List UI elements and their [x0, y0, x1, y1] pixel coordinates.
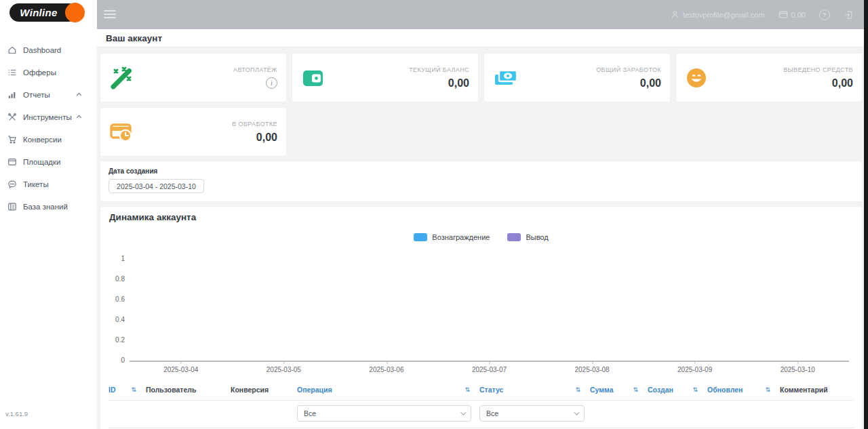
- x-axis-tick: 2025-03-07: [472, 366, 507, 373]
- stat-card-value: 0,00: [640, 77, 661, 89]
- wallet-icon: [778, 10, 788, 19]
- window-icon: [7, 157, 17, 167]
- topbar-right: testovprofile@gmail.com 0.00 ?: [671, 0, 853, 29]
- sidebar-nav: Dashboard Офферы Отчеты Инструменты Конв…: [0, 39, 97, 218]
- date-range-input[interactable]: [108, 179, 204, 193]
- table-filter-row: Все Все: [108, 405, 854, 428]
- x-axis-tick: 2025-03-05: [267, 366, 301, 373]
- legend-label: Вознаграждение: [432, 233, 490, 241]
- stat-card-value: 0,00: [832, 77, 853, 89]
- sidebar-item-tools[interactable]: Инструменты: [0, 106, 97, 128]
- user-email: testovprofile@gmail.com: [683, 11, 765, 19]
- stat-card-label: ТЕКУЩИЙ БАЛАНС: [409, 66, 469, 73]
- y-axis-tick: 0.2: [100, 336, 125, 345]
- banknotes-icon: [493, 60, 520, 95]
- sort-icon: ⇅: [131, 386, 136, 393]
- info-icon[interactable]: i: [266, 77, 277, 89]
- sidebar: Winline Dashboard Офферы Отчеты Инструме…: [0, 0, 97, 429]
- logout-icon: [844, 10, 853, 20]
- sidebar-item-label: Тикеты: [23, 180, 49, 188]
- legend-label: Вывод: [526, 233, 548, 241]
- chevron-down-icon: [574, 409, 579, 415]
- wallet-icon: [301, 60, 328, 95]
- legend-item-payout[interactable]: Вывод: [507, 233, 548, 241]
- list-icon: [7, 68, 17, 77]
- stat-cards-row-2: В ОБРАБОТКЕ 0,00: [100, 108, 862, 156]
- y-axis-tick: 1: [100, 255, 125, 264]
- sidebar-item-platforms[interactable]: Площадки: [0, 150, 97, 173]
- app-version: v.1.61.9: [5, 410, 28, 417]
- column-header-sum[interactable]: Сумма ⇅: [590, 386, 648, 394]
- legend-item-reward[interactable]: Вознаграждение: [414, 233, 490, 241]
- sidebar-item-dashboard[interactable]: Dashboard: [0, 39, 97, 61]
- date-filter-card: Дата создания: [100, 161, 862, 201]
- sidebar-item-label: Площадки: [23, 158, 61, 166]
- y-axis-tick: 0.6: [100, 295, 125, 304]
- magic-wand-icon: [109, 60, 136, 95]
- hamburger-menu-icon[interactable]: [104, 10, 116, 19]
- date-filter-label: Дата создания: [108, 167, 854, 175]
- sidebar-item-label: Инструменты: [23, 113, 72, 121]
- y-axis-tick: 0.4: [100, 316, 125, 325]
- chevron-down-icon: [460, 409, 466, 415]
- x-axis-tick: 2025-03-09: [677, 366, 712, 373]
- column-header-operation[interactable]: Операция ⇅: [297, 386, 479, 394]
- status-filter-select[interactable]: Все: [479, 405, 585, 422]
- stat-card-label: ОБЩИЙ ЗАРАБОТОК: [596, 66, 661, 73]
- sidebar-item-knowledge-base[interactable]: База знаний: [0, 195, 97, 218]
- stat-card-current-balance: ТЕКУЩИЙ БАЛАНС 0,00: [292, 54, 478, 102]
- stat-card-label: АВТОПЛАТЁЖ: [233, 66, 277, 73]
- topbar: testovprofile@gmail.com 0.00 ?: [97, 0, 864, 29]
- selected-value: Все: [486, 409, 498, 417]
- balance-widget[interactable]: 0.00: [778, 10, 806, 19]
- sidebar-item-conversions[interactable]: Конверсии: [0, 128, 97, 150]
- window-edge: [864, 0, 868, 429]
- column-header-created[interactable]: Создан ⇅: [648, 386, 707, 394]
- sidebar-item-tickets[interactable]: Тикеты: [0, 173, 97, 195]
- x-axis-tick: 2025-03-04: [163, 366, 198, 373]
- operation-filter-select[interactable]: Все: [297, 405, 471, 422]
- cart-icon: [7, 135, 17, 144]
- knowledge-base-icon: [7, 202, 17, 211]
- column-header-comment: Комментарий: [780, 386, 854, 394]
- sidebar-item-offers[interactable]: Офферы: [0, 61, 97, 83]
- help-button[interactable]: ?: [819, 9, 830, 20]
- column-header-conversion: Конверсия: [231, 386, 297, 394]
- chevron-up-icon[interactable]: [75, 91, 83, 98]
- column-header-status[interactable]: Статус ⇅: [479, 386, 590, 394]
- selected-value: Все: [304, 409, 316, 417]
- main-content: Ваш аккаунт АВТОПЛАТЁЖ i: [97, 29, 864, 429]
- sidebar-item-label: Отчеты: [23, 91, 50, 99]
- stat-card-value: 0,00: [448, 77, 469, 89]
- stat-card-autopay: АВТОПЛАТЁЖ i: [100, 54, 286, 102]
- sidebar-item-reports[interactable]: Отчеты: [0, 83, 97, 106]
- line-chart: 1 0.8 0.6 0.4 0.2 0 2025-03-04 2025-03-0…: [100, 252, 849, 377]
- home-icon: [7, 45, 17, 55]
- column-header-updated[interactable]: Обновлен ⇅: [707, 386, 780, 394]
- stat-card-total-earnings: ОБЩИЙ ЗАРАБОТОК 0,00: [484, 54, 670, 102]
- legend-swatch-blue: [414, 233, 427, 241]
- sort-icon: ⇅: [633, 386, 638, 393]
- sidebar-item-label: Офферы: [23, 68, 56, 77]
- user-menu[interactable]: testovprofile@gmail.com: [671, 10, 765, 19]
- winline-logo[interactable]: Winline: [9, 3, 85, 22]
- user-icon: [671, 10, 679, 19]
- x-axis-labels: 2025-03-04 2025-03-05 2025-03-06 2025-03…: [130, 361, 849, 376]
- app-root: Winline Dashboard Офферы Отчеты Инструме…: [0, 0, 868, 429]
- sort-icon: ⇅: [765, 386, 770, 393]
- logout-button[interactable]: [844, 10, 853, 20]
- stat-card-label: В ОБРАБОТКЕ: [232, 121, 277, 127]
- legend-swatch-purple: [507, 233, 521, 241]
- stat-card-value: 0,00: [256, 131, 277, 144]
- column-header-user: Пользователь: [146, 386, 231, 394]
- sort-icon: ⇅: [465, 386, 470, 393]
- column-header-id[interactable]: ID ⇅: [108, 386, 146, 394]
- page-title: Ваш аккаунт: [106, 33, 162, 43]
- logo-orange-circle-icon: [65, 3, 85, 22]
- question-mark-icon: ?: [823, 11, 827, 18]
- tools-icon: [7, 113, 17, 122]
- y-axis-tick: 0.8: [100, 275, 125, 284]
- table-header-row: ID ⇅ Пользователь Конверсия Операция ⇅ С…: [108, 386, 854, 401]
- chevron-up-icon[interactable]: [75, 113, 83, 121]
- page-title-bar: Ваш аккаунт: [97, 29, 864, 47]
